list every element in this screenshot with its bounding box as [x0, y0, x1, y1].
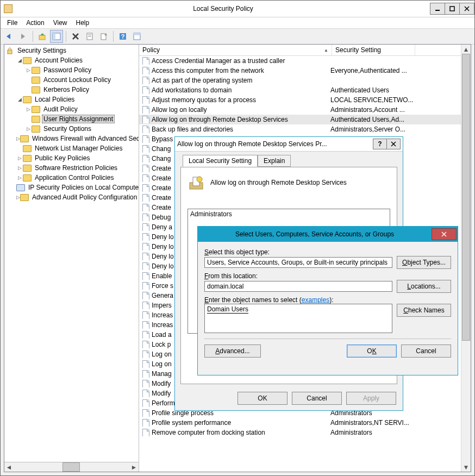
- menu-action[interactable]: Action: [22, 18, 48, 28]
- show-tree-button[interactable]: [50, 30, 63, 43]
- policy-icon: [141, 165, 150, 172]
- examples-link[interactable]: examples: [302, 296, 329, 304]
- policy-icon: [141, 272, 150, 280]
- tree-item[interactable]: Account Lockout Policy: [5, 75, 139, 85]
- scroll-down-icon[interactable]: ▼: [461, 462, 471, 472]
- menu-view[interactable]: View: [49, 18, 72, 28]
- expander-icon[interactable]: ▷: [16, 175, 23, 180]
- menu-help[interactable]: Help: [72, 18, 94, 28]
- tree-item[interactable]: Kerberos Policy: [5, 85, 139, 95]
- minimize-button[interactable]: [430, 3, 445, 15]
- list-vscrollbar[interactable]: ▲ ▼: [461, 45, 471, 472]
- list-row[interactable]: Access this computer from the networkEve…: [139, 66, 471, 76]
- policy-icon: [141, 380, 150, 387]
- scroll-left-icon[interactable]: ◄: [4, 463, 14, 471]
- expander-icon[interactable]: ▷: [16, 155, 23, 161]
- folder-icon: [23, 145, 32, 152]
- tab-local-security[interactable]: Local Security Setting: [183, 155, 258, 167]
- locations-button[interactable]: Locations...: [397, 280, 451, 293]
- properties-apply-button: Apply: [346, 392, 396, 405]
- help-button[interactable]: ?: [116, 30, 129, 43]
- tree-item[interactable]: ▷Public Key Policies: [5, 153, 139, 163]
- menu-file[interactable]: File: [3, 18, 22, 28]
- list-row[interactable]: Back up files and directoriesAdministrat…: [139, 124, 471, 134]
- window-title: Local Security Policy: [16, 5, 430, 12]
- list-row[interactable]: Allow log on through Remote Desktop Serv…: [139, 115, 471, 124]
- properties-ok-button[interactable]: OK: [238, 392, 288, 405]
- folder-icon: [32, 76, 40, 84]
- scroll-thumb[interactable]: [62, 462, 80, 472]
- list-row[interactable]: Act as part of the operating system: [139, 76, 471, 85]
- refresh-button[interactable]: [130, 30, 143, 43]
- tree-item[interactable]: ◢Account Policies: [5, 55, 139, 65]
- svg-rect-4: [39, 35, 45, 40]
- list-row[interactable]: Allow log on locallyAdministrators,Accou…: [139, 105, 471, 115]
- folder-icon: [23, 174, 32, 181]
- tree-hscrollbar[interactable]: ◄ ►: [4, 462, 139, 472]
- principal-item[interactable]: Administrators: [190, 210, 388, 218]
- advanced-button[interactable]: Advanced...: [204, 345, 261, 358]
- object-type-field[interactable]: Users, Service Accounts, Groups, or Buil…: [204, 257, 392, 268]
- tab-explain[interactable]: Explain: [258, 155, 291, 167]
- list-row[interactable]: Profile system performanceAdministrators…: [139, 418, 471, 428]
- tree-item[interactable]: ▷Application Control Policies: [5, 173, 139, 183]
- close-button[interactable]: [459, 3, 474, 15]
- select-cancel-button[interactable]: Cancel: [401, 345, 451, 358]
- properties-titlebar[interactable]: Allow log on through Remote Desktop Serv…: [175, 137, 403, 152]
- back-button[interactable]: [3, 30, 16, 43]
- check-names-button[interactable]: Check Names: [397, 304, 451, 317]
- expander-icon[interactable]: ▷: [16, 195, 20, 200]
- object-names-input[interactable]: Domain Users: [204, 304, 392, 333]
- policy-icon: [141, 311, 150, 319]
- policy-icon: [141, 67, 150, 74]
- tree-item[interactable]: Network List Manager Policies: [5, 143, 139, 153]
- forward-button[interactable]: [17, 30, 30, 43]
- properties-help-button[interactable]: ?: [373, 139, 387, 149]
- properties-button[interactable]: [83, 30, 96, 43]
- policy-icon: [141, 350, 150, 358]
- scroll-thumb[interactable]: [462, 54, 470, 341]
- location-field[interactable]: domain.local: [204, 281, 392, 292]
- expander-icon[interactable]: ◢: [16, 97, 23, 102]
- select-users-titlebar[interactable]: Select Users, Computers, Service Account…: [198, 227, 458, 242]
- select-ok-button[interactable]: OK: [347, 345, 397, 358]
- list-row[interactable]: Adjust memory quotas for a processLOCAL …: [139, 95, 471, 105]
- properties-cancel-button[interactable]: Cancel: [292, 392, 342, 405]
- tree-item[interactable]: ▷Software Restriction Policies: [5, 163, 139, 173]
- list-row[interactable]: Add workstations to domainAuthenticated …: [139, 85, 471, 95]
- expander-icon[interactable]: ▷: [25, 126, 32, 131]
- tree-item[interactable]: ▷Password Policy: [5, 65, 139, 75]
- object-types-button[interactable]: Object Types...: [397, 256, 451, 269]
- up-button[interactable]: [36, 30, 49, 43]
- policy-icon: [141, 184, 150, 192]
- col-policy[interactable]: Policy▲: [139, 45, 332, 55]
- expander-icon[interactable]: ◢: [16, 58, 23, 63]
- tree-root[interactable]: Security Settings: [5, 46, 139, 55]
- tree-item[interactable]: ▷Security Options: [5, 124, 139, 134]
- list-row[interactable]: Remove computer from docking stationAdmi…: [139, 428, 471, 437]
- col-setting[interactable]: Security Setting: [332, 45, 415, 55]
- folder-icon: [32, 125, 40, 133]
- tree-item[interactable]: IP Security Policies on Local Computer: [5, 183, 139, 192]
- expander-icon[interactable]: ▷: [16, 136, 20, 141]
- tree-item[interactable]: ▷Advanced Audit Policy Configuration: [5, 192, 139, 202]
- export-button[interactable]: [97, 30, 110, 43]
- tree-item[interactable]: User Rights Assignment: [5, 114, 139, 124]
- list-row[interactable]: Access Credential Manager as a trusted c…: [139, 56, 471, 66]
- tree-item[interactable]: ▷Windows Firewall with Advanced Security: [5, 134, 139, 143]
- scroll-right-icon[interactable]: ►: [129, 463, 139, 471]
- tree[interactable]: Security Settings◢Account Policies▷Passw…: [4, 45, 139, 462]
- policy-icon: [141, 194, 150, 202]
- properties-close-button[interactable]: [386, 139, 401, 149]
- expander-icon[interactable]: ▷: [25, 67, 32, 73]
- expander-icon[interactable]: ▷: [16, 165, 23, 171]
- policy-icon: [141, 370, 150, 378]
- delete-button[interactable]: [69, 30, 82, 43]
- folder-icon: [23, 164, 32, 172]
- expander-icon[interactable]: ▷: [25, 107, 32, 112]
- maximize-button[interactable]: [445, 3, 460, 15]
- scroll-up-icon[interactable]: ▲: [461, 45, 471, 54]
- tree-item[interactable]: ◢Local Policies: [5, 95, 139, 104]
- select-users-close-button[interactable]: [432, 228, 457, 240]
- tree-item[interactable]: ▷Audit Policy: [5, 104, 139, 114]
